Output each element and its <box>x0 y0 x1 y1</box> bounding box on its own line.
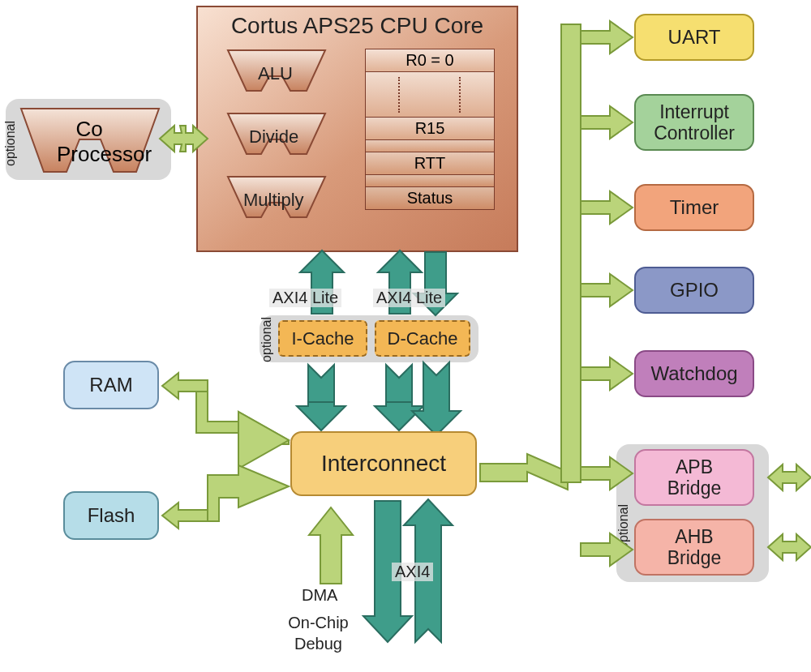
bridge-ext-arrows <box>0 0 811 672</box>
